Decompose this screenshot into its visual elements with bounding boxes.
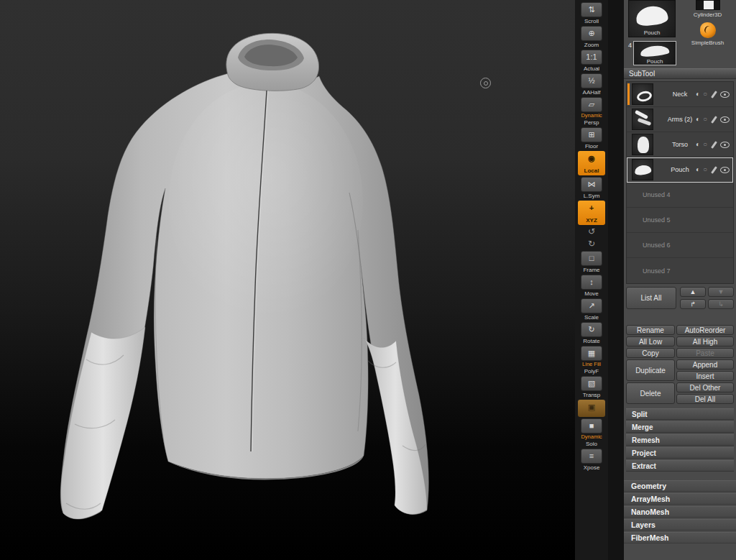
- merge-section-header[interactable]: Merge: [626, 421, 734, 433]
- sculpt-brush-icon[interactable]: [710, 116, 717, 124]
- visibility-eye-icon[interactable]: [720, 116, 730, 123]
- list-all-button[interactable]: List All: [626, 287, 676, 309]
- subtool-row-torso[interactable]: Torso ◐ ○: [627, 132, 733, 157]
- del-all-button[interactable]: Del All: [676, 394, 734, 404]
- project-section-header[interactable]: Project: [626, 447, 734, 459]
- move-subtool-up-alt-button[interactable]: ↱: [680, 299, 706, 309]
- chest-highlight: [169, 83, 363, 320]
- tool-panel: Pouch 4 Pouch Cylinder3D SimpleBrush Sub…: [624, 0, 736, 560]
- del-other-button[interactable]: Del Other: [676, 382, 734, 393]
- panel-gap: [608, 0, 624, 560]
- subtool-row-unused-4[interactable]: Unused 4: [627, 183, 733, 208]
- polyframe-icon: ▦: [581, 346, 602, 361]
- polypaint-icon[interactable]: ◐: [696, 91, 700, 98]
- local-button[interactable]: ◉ Local: [578, 151, 605, 175]
- solo-button[interactable]: ■ Dynamic Solo: [578, 418, 605, 447]
- shader-icon[interactable]: ○: [703, 141, 707, 148]
- simplebrush-icon[interactable]: [700, 22, 716, 38]
- polypaint-icon[interactable]: ◐: [696, 166, 700, 173]
- all-low-button[interactable]: All Low: [626, 336, 675, 346]
- floor-grid-icon: ⊞: [581, 127, 602, 142]
- rotate-ccw-icon: ↺: [581, 226, 602, 237]
- tool-slot-label: Pouch: [634, 58, 676, 65]
- visibility-eye-icon[interactable]: [720, 142, 730, 148]
- floor-button[interactable]: ⊞ Floor: [578, 127, 605, 150]
- transp-button[interactable]: ▧ Transp: [578, 376, 605, 398]
- tool-palette-top: Pouch 4 Pouch Cylinder3D SimpleBrush: [624, 0, 736, 68]
- move-subtool-down-alt-button[interactable]: ↳: [708, 299, 734, 309]
- sculpt-brush-icon[interactable]: [710, 166, 717, 174]
- autoreorder-button[interactable]: AutoReorder: [676, 325, 734, 335]
- jacket-forearm-left: [61, 327, 145, 519]
- cylinder3d-label: Cylinder3D: [694, 12, 722, 18]
- split-section-header[interactable]: Split: [626, 408, 734, 420]
- remesh-section-header[interactable]: Remesh: [626, 434, 734, 446]
- zoom-button[interactable]: ⊕ Zoom: [578, 26, 605, 48]
- polypaint-icon[interactable]: ◐: [696, 141, 700, 148]
- arraymesh-palette-header[interactable]: ArrayMesh: [624, 493, 736, 505]
- subtool-subsections: Split Merge Remesh Project Extract: [624, 404, 736, 473]
- scroll-icon: ⇅: [581, 2, 602, 17]
- current-tool-thumbnail[interactable]: Pouch: [628, 0, 676, 37]
- subtool-row-arms[interactable]: Arms (2) ◐ ○: [627, 107, 733, 132]
- rotate-button[interactable]: ↻ Rotate: [578, 322, 605, 344]
- actual-button[interactable]: 1:1 Actual: [578, 50, 605, 72]
- dynamic-persp-button[interactable]: ▱ Dynamic Persp: [578, 97, 605, 126]
- move-button[interactable]: ↕ Move: [578, 275, 605, 297]
- palette-sections: Geometry ArrayMesh NanoMesh Layers Fiber…: [624, 480, 736, 545]
- move-subtool-up-button[interactable]: ▲: [680, 287, 706, 297]
- subtool-actions: Rename AutoReorder All Low All High Copy…: [624, 325, 736, 404]
- layers-palette-header[interactable]: Layers: [624, 519, 736, 531]
- tool-slot-number: 4: [628, 42, 632, 49]
- sculpt-brush-icon[interactable]: [710, 141, 717, 149]
- cylinder3d-thumbnail[interactable]: [696, 0, 720, 10]
- move-subtool-down-button[interactable]: ▼: [708, 287, 734, 297]
- shader-icon[interactable]: ○: [703, 91, 707, 98]
- tool-slot-thumbnail[interactable]: Pouch: [633, 41, 676, 65]
- subtool-row-unused-7[interactable]: Unused 7: [627, 258, 733, 283]
- geometry-palette-header[interactable]: Geometry: [624, 480, 736, 492]
- lsym-button[interactable]: ⋈ L.Sym: [578, 177, 605, 199]
- orbit-ccw-button[interactable]: ↺: [578, 226, 605, 237]
- zoom-icon: ⊕: [581, 26, 602, 41]
- append-button[interactable]: Append: [676, 359, 734, 369]
- copy-button[interactable]: Copy: [626, 348, 675, 358]
- scale-button[interactable]: ↗ Scale: [578, 298, 605, 321]
- paste-button[interactable]: Paste: [676, 348, 734, 358]
- actual-size-icon: 1:1: [581, 50, 602, 65]
- viewport-canvas[interactable]: [0, 0, 575, 560]
- orbit-cw-button[interactable]: ↻: [578, 239, 605, 249]
- subtool-row-neck[interactable]: Neck ◐ ○: [627, 82, 733, 107]
- all-high-button[interactable]: All High: [676, 336, 734, 346]
- subtool-row-pouch[interactable]: Pouch ◐ ○: [627, 157, 733, 183]
- rotate-icon: ↻: [581, 322, 602, 337]
- duplicate-button[interactable]: Duplicate: [626, 359, 675, 381]
- visibility-eye-icon[interactable]: [720, 167, 730, 173]
- visibility-eye-icon[interactable]: [720, 91, 730, 98]
- xyz-button[interactable]: + XYZ: [578, 201, 605, 225]
- xpose-button[interactable]: ≡ Xpose: [578, 449, 605, 471]
- subtool-row-unused-5[interactable]: Unused 5: [627, 208, 733, 233]
- polypaint-icon[interactable]: ◐: [696, 116, 700, 123]
- polyframe-button[interactable]: ▦ Line Fill PolyF: [578, 346, 605, 375]
- current-tool-label: Pouch: [629, 29, 675, 36]
- subtool-section-header[interactable]: SubTool: [624, 68, 736, 79]
- frame-button[interactable]: □ Frame: [578, 251, 605, 273]
- aahalf-button[interactable]: ½ AAHalf: [578, 73, 605, 96]
- subtool-list-controls: List All ▲ ▼ ↱ ↳: [624, 284, 736, 311]
- shader-icon[interactable]: ○: [703, 166, 707, 173]
- subtool-row-unused-6[interactable]: Unused 6: [627, 233, 733, 258]
- delete-button[interactable]: Delete: [626, 382, 675, 404]
- subtool-thumbnail-torso: [632, 134, 653, 155]
- sculpt-brush-icon[interactable]: [710, 91, 717, 98]
- ghost-button[interactable]: ▣: [578, 400, 605, 417]
- nanomesh-palette-header[interactable]: NanoMesh: [624, 506, 736, 518]
- fibermesh-palette-header[interactable]: FiberMesh: [624, 532, 736, 543]
- rename-button[interactable]: Rename: [626, 325, 675, 335]
- subtool-thumbnail-neck: [632, 83, 653, 105]
- scroll-button[interactable]: ⇅ Scroll: [578, 2, 605, 24]
- insert-button[interactable]: Insert: [676, 371, 734, 381]
- extract-section-header[interactable]: Extract: [626, 460, 734, 472]
- scale-icon: ↗: [581, 298, 602, 313]
- shader-icon[interactable]: ○: [703, 116, 707, 123]
